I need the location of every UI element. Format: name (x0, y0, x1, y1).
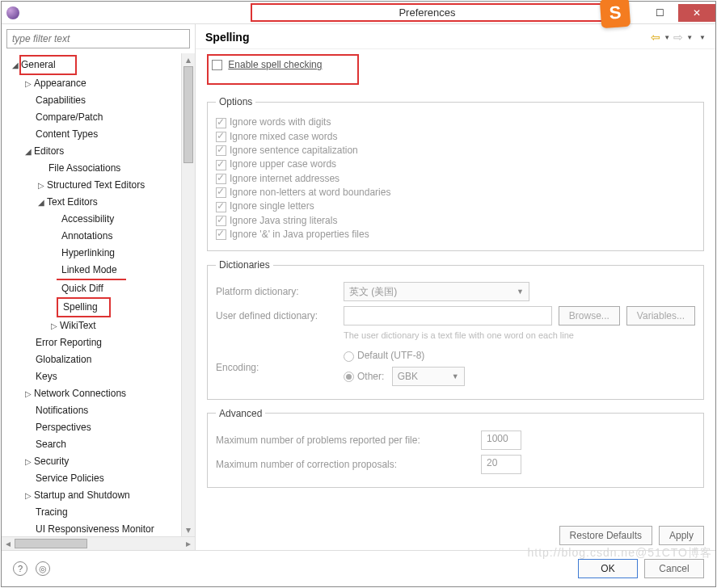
tree-security[interactable]: Security (34, 456, 69, 467)
scroll-thumb-h[interactable] (15, 539, 87, 548)
opt-internet-label: Ignore internet addresses (230, 173, 340, 184)
preferences-window: Preferences ◢General ▷Appearance Capabil… (1, 1, 716, 587)
nav-fwd-icon[interactable]: ⇨ (673, 31, 683, 44)
dictionaries-group: Dictionaries Platform dictionary: 英文 (美国… (207, 259, 704, 399)
filter-input[interactable] (6, 29, 190, 48)
opt-single-checkbox[interactable] (216, 202, 226, 212)
tree-tracing[interactable]: Tracing (36, 506, 68, 518)
apply-button[interactable]: Apply (659, 526, 704, 545)
ok-button[interactable]: OK (578, 559, 638, 578)
max-problems-label: Maximum number of problems reported per … (216, 435, 474, 446)
restore-defaults-button[interactable]: Restore Defaults (559, 526, 652, 545)
opt-upper-label: Ignore upper case words (230, 158, 336, 170)
max-problems-input[interactable]: 1000 (481, 430, 521, 450)
chevron-down-icon: ▼ (452, 372, 459, 380)
opt-nonletters-label: Ignore non-letters at word boundaries (230, 187, 390, 198)
opt-mixed-checkbox[interactable] (216, 132, 226, 142)
nav-back-menu-icon[interactable]: ▼ (664, 34, 670, 41)
nav-fwd-menu-icon[interactable]: ▼ (686, 34, 693, 41)
tree-text-editors[interactable]: Text Editors (47, 196, 98, 208)
tree-hyperlinking[interactable]: Hyperlinking (61, 247, 115, 258)
max-proposals-input[interactable]: 20 (481, 455, 521, 474)
platform-dict-select[interactable]: 英文 (美国)▼ (344, 282, 529, 301)
opt-digits-label: Ignore words with digits (230, 116, 331, 128)
opt-sentence-checkbox[interactable] (216, 145, 226, 156)
page-title: Spelling (205, 31, 651, 44)
tree-capabilities[interactable]: Capabilities (36, 94, 86, 106)
encoding-other-value: GBK (398, 371, 418, 382)
tree-vscrollbar[interactable]: ▴ ▾ (181, 53, 195, 536)
tree-struct-editors[interactable]: Structured Text Editors (47, 179, 145, 191)
scroll-thumb[interactable] (183, 66, 193, 163)
tree-content-types[interactable]: Content Types (36, 128, 98, 140)
sogou-ime-badge: S (600, 0, 631, 28)
tree-quick-diff[interactable]: Quick Diff (61, 283, 103, 294)
tree-notifications[interactable]: Notifications (36, 405, 88, 416)
opt-java-checkbox[interactable] (216, 216, 226, 226)
sidebar: ◢General ▷Appearance Capabilities Compar… (2, 24, 196, 550)
scroll-left-icon[interactable]: ◂ (2, 538, 15, 549)
preferences-tree[interactable]: ◢General ▷Appearance Capabilities Compar… (2, 53, 181, 536)
scroll-right-icon[interactable]: ▸ (182, 538, 195, 549)
scroll-down-icon[interactable]: ▾ (186, 523, 191, 536)
tree-accessibility[interactable]: Accessibility (61, 213, 114, 225)
tree-service-policies[interactable]: Service Policies (36, 472, 104, 484)
tree-general[interactable]: General (21, 59, 56, 70)
variables-button[interactable]: Variables... (626, 306, 695, 326)
enable-spell-checkbox[interactable] (212, 60, 222, 70)
browse-button[interactable]: Browse... (559, 306, 620, 326)
tree-network[interactable]: Network Connections (34, 388, 126, 399)
opt-single-label: Ignore single letters (230, 200, 314, 212)
encoding-other-radio[interactable] (344, 372, 354, 382)
tree-error-reporting[interactable]: Error Reporting (36, 337, 102, 348)
tree-perspectives[interactable]: Perspectives (36, 422, 91, 433)
tree-editors[interactable]: Editors (34, 145, 64, 157)
dictionaries-legend: Dictionaries (216, 259, 273, 271)
tree-globalization[interactable]: Globalization (36, 354, 91, 365)
tree-file-assoc[interactable]: File Associations (49, 162, 120, 174)
tree-wikitext[interactable]: WikiText (60, 320, 96, 331)
tree-appearance[interactable]: Appearance (34, 78, 86, 89)
encoding-default-radio[interactable] (344, 351, 354, 362)
advanced-legend: Advanced (216, 408, 265, 419)
opt-amp-checkbox[interactable] (216, 229, 226, 240)
max-proposals-label: Maximum number of correction proposals: (216, 459, 474, 470)
opt-upper-checkbox[interactable] (216, 160, 226, 170)
oomph-icon[interactable]: ◎ (36, 561, 50, 576)
options-legend: Options (216, 96, 255, 107)
tree-annotations[interactable]: Annotations (61, 230, 112, 242)
opt-sentence-label: Ignore sentence capitalization (230, 145, 358, 156)
view-menu-icon[interactable]: ▼ (699, 34, 706, 41)
chevron-down-icon: ▼ (517, 288, 524, 296)
tree-spelling[interactable]: Spelling (63, 301, 98, 313)
maximize-button[interactable] (641, 4, 678, 22)
advanced-group: Advanced Maximum number of problems repo… (207, 408, 704, 488)
tree-search[interactable]: Search (36, 439, 66, 450)
options-group: Options Ignore words with digits Ignore … (207, 96, 704, 251)
opt-amp-label: Ignore '&' in Java properties files (230, 229, 369, 240)
opt-digits-checkbox[interactable] (216, 118, 226, 128)
tree-keys[interactable]: Keys (36, 371, 57, 382)
opt-nonletters-checkbox[interactable] (216, 187, 226, 198)
platform-dict-value: 英文 (美国) (349, 285, 397, 299)
encoding-other-label: Other: (357, 371, 384, 382)
cancel-button[interactable]: Cancel (644, 559, 704, 578)
nav-back-icon[interactable]: ⇦ (651, 31, 660, 44)
tree-compare[interactable]: Compare/Patch (36, 111, 103, 123)
tree-startup[interactable]: Startup and Shutdown (34, 489, 130, 501)
encoding-other-select[interactable]: GBK▼ (392, 367, 465, 386)
user-dict-label: User defined dictionary: (216, 310, 337, 321)
opt-internet-checkbox[interactable] (216, 174, 226, 184)
tree-linked-mode[interactable]: Linked Mode (61, 264, 117, 275)
user-dict-input[interactable] (344, 306, 552, 326)
user-dict-hint: The user dictionary is a text file with … (344, 330, 695, 340)
encoding-label: Encoding: (216, 362, 337, 373)
tree-ui-responsiveness[interactable]: UI Responsiveness Monitor (36, 523, 154, 535)
help-icon[interactable]: ? (13, 561, 27, 576)
scroll-up-icon[interactable]: ▴ (186, 53, 191, 66)
tree-hscrollbar[interactable]: ◂ ▸ (2, 536, 195, 550)
platform-dict-label: Platform dictionary: (216, 286, 337, 297)
close-button[interactable] (678, 4, 715, 22)
enable-spell-label: Enable spell checking (228, 59, 322, 70)
opt-java-label: Ignore Java string literals (230, 215, 337, 226)
